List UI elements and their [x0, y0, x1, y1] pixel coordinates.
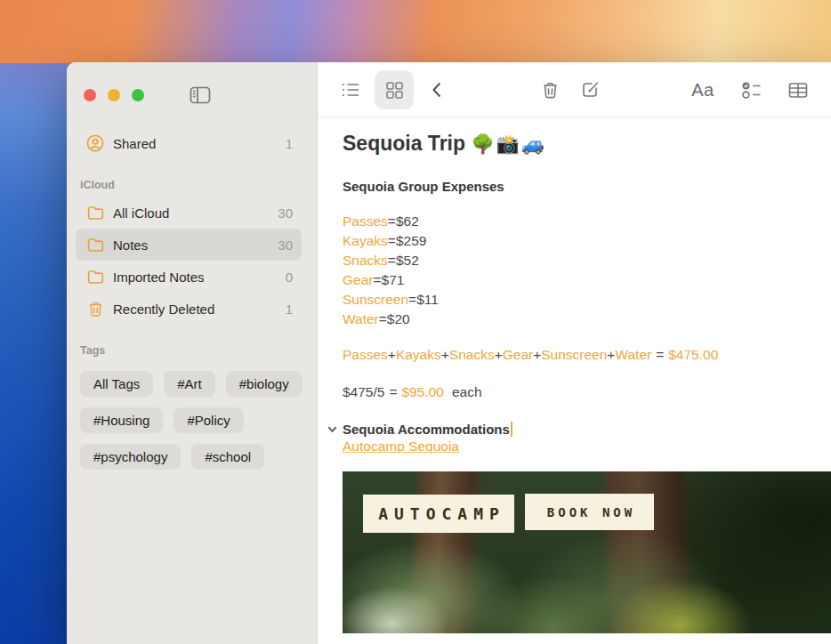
tag-policy[interactable]: #Policy	[173, 407, 243, 433]
toolbar: Aa	[318, 62, 831, 117]
note-heading: Sequoia Group Expenses	[343, 179, 831, 194]
note-title: Sequoia Trip 🌳📸🚙	[343, 132, 831, 156]
note-pane: Aa	[318, 62, 831, 644]
sidebar-item-imported-notes[interactable]: Imported Notes 0	[76, 261, 302, 293]
trash-icon	[540, 80, 561, 101]
division-result: $95.00	[401, 384, 443, 399]
sidebar-item-label: Recently Deleted	[113, 302, 286, 317]
tags-list: All Tags #Art #biology #Housing #Policy …	[80, 371, 304, 470]
sidebar-item-count: 1	[286, 302, 293, 317]
notes-window: Shared 1 iCloud All iCloud 30	[67, 62, 831, 644]
sidebar-item-count: 30	[278, 205, 293, 221]
sidebar-section-tags: Tags	[80, 344, 317, 357]
trash-icon	[85, 299, 105, 318]
autocamp-link[interactable]: Autocamp Sequoia	[343, 439, 459, 454]
compose-icon	[580, 79, 601, 101]
compose-button[interactable]	[571, 70, 610, 109]
sidebar-item-all-icloud[interactable]: All iCloud 30	[76, 197, 302, 229]
zoom-button[interactable]	[132, 89, 144, 101]
sidebar-item-label: Imported Notes	[113, 270, 286, 285]
sidebar-section-icloud: iCloud	[80, 179, 317, 191]
person-circle-icon	[85, 133, 105, 153]
window-controls	[67, 62, 317, 107]
section-header-row: Sequoia Accommodations	[327, 422, 831, 437]
text-cursor	[511, 422, 513, 437]
expense-row: Passes=$62	[343, 212, 831, 231]
attached-photo[interactable]: AUTOCAMP BOOK NOW	[343, 471, 831, 633]
sidebar-item-label: All iCloud	[113, 205, 278, 221]
format-button[interactable]: Aa	[683, 70, 722, 109]
expense-row: Sunscreen=$11	[343, 290, 831, 310]
table-icon	[787, 80, 809, 101]
tag-school[interactable]: #school	[191, 444, 264, 470]
division-line: $475/5=$95.00each	[343, 382, 831, 402]
delete-note-button[interactable]	[530, 70, 569, 109]
table-button[interactable]	[779, 70, 818, 109]
list-view-button[interactable]	[331, 70, 370, 109]
autocamp-logo: AUTOCAMP	[363, 495, 514, 533]
tag-art[interactable]: #Art	[164, 371, 215, 397]
checklist-button[interactable]	[732, 70, 771, 109]
folder-icon	[85, 235, 105, 254]
chevron-left-icon	[429, 80, 447, 100]
tag-psychology[interactable]: #psychology	[80, 444, 181, 470]
expense-row: Kayaks=$259	[343, 231, 831, 251]
note-editor[interactable]: Sequoia Trip 🌳📸🚙 Sequoia Group Expenses …	[318, 117, 831, 644]
title-emojis: 🌳📸🚙	[471, 133, 546, 154]
formula-result: $475.00	[668, 347, 718, 362]
formula-line: Passes+Kayaks+Snacks+Gear+Sunscreen+Wate…	[343, 345, 831, 365]
tag-biology[interactable]: #biology	[226, 371, 303, 397]
section-title: Sequoia Accommodations	[343, 422, 510, 437]
tag-all-tags[interactable]: All Tags	[80, 371, 153, 397]
sidebar-item-shared[interactable]: Shared 1	[76, 127, 302, 159]
sidebar-toggle-button[interactable]	[188, 84, 213, 107]
chevron-down-icon[interactable]	[327, 423, 343, 435]
format-text-icon: Aa	[691, 80, 714, 101]
tag-housing[interactable]: #Housing	[80, 407, 163, 433]
back-button[interactable]	[418, 70, 457, 109]
sidebar-item-count: 1	[286, 136, 293, 151]
sidebar-item-count: 0	[286, 270, 293, 285]
sidebar-item-label: Shared	[113, 136, 286, 151]
expense-row: Gear=$71	[343, 270, 831, 290]
checklist-icon	[741, 80, 763, 101]
sidebar-item-count: 30	[278, 237, 293, 253]
sidebar-item-notes[interactable]: Notes 30	[76, 229, 302, 261]
expense-list: Passes=$62 Kayaks=$259 Snacks=$52 Gear=$…	[343, 212, 831, 329]
wallpaper-top-band	[0, 0, 831, 63]
desktop: Shared 1 iCloud All iCloud 30	[0, 0, 831, 644]
book-now-label: BOOK NOW	[525, 494, 654, 530]
sidebar-toggle-icon	[189, 85, 212, 106]
sidebar: Shared 1 iCloud All iCloud 30	[67, 62, 318, 644]
minimize-button[interactable]	[108, 89, 120, 101]
gallery-view-button[interactable]	[375, 70, 414, 109]
gallery-view-icon	[384, 80, 405, 101]
folder-icon	[85, 267, 105, 286]
sidebar-item-recently-deleted[interactable]: Recently Deleted 1	[76, 293, 302, 325]
sidebar-item-label: Notes	[113, 237, 278, 253]
close-button[interactable]	[84, 89, 96, 101]
list-view-icon	[340, 79, 361, 101]
expense-row: Snacks=$52	[343, 251, 831, 270]
expense-row: Water=$20	[343, 310, 831, 329]
folder-icon	[85, 203, 105, 222]
